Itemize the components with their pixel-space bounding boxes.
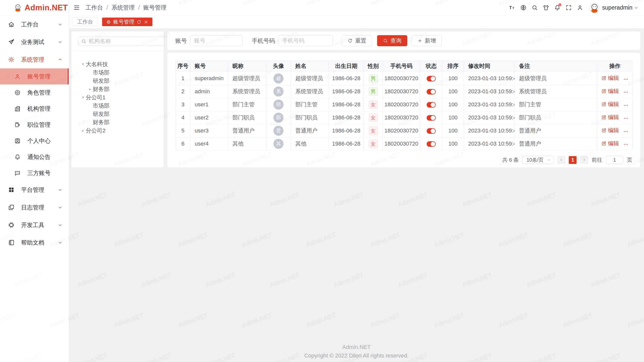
avatar[interactable] — [589, 3, 600, 13]
tab-account-mgmt[interactable]: 账号管理 — [102, 18, 152, 26]
row-more-button[interactable] — [623, 76, 629, 82]
sidebar-item-help-docs[interactable]: 帮助文档 — [0, 234, 69, 251]
status-toggle[interactable] — [427, 141, 436, 147]
cell-phone: 18020030720 — [383, 137, 420, 150]
chevron-left-icon — [559, 158, 563, 162]
tree-node[interactable]: 研发部 — [71, 77, 164, 85]
row-more-button[interactable] — [623, 129, 629, 134]
footer: Admin.NET Copyright © 2022 Dilon All rig… — [69, 344, 644, 359]
query-button[interactable]: 查询 — [377, 35, 407, 46]
edit-button[interactable]: 编辑 — [601, 127, 619, 134]
language-button[interactable] — [518, 2, 529, 13]
page-size-select[interactable]: 10条/页 — [522, 156, 554, 164]
row-more-button[interactable] — [623, 103, 629, 108]
tree-node[interactable]: ▾ 分公司1 — [71, 93, 164, 102]
tree-node-label: 研发部 — [93, 110, 109, 118]
tree-node[interactable]: ▸ 分公司2 — [71, 126, 164, 135]
tree-node[interactable]: 财务部 — [71, 118, 164, 126]
sidebar-item-notice[interactable]: 通知公告 — [0, 149, 69, 165]
tree-node[interactable]: 市场部 — [71, 102, 164, 110]
sidebar-item-label: 机构管理 — [27, 105, 69, 113]
sidebar-item-org-mgmt[interactable]: 机构管理 — [0, 101, 69, 117]
status-toggle[interactable] — [427, 102, 436, 108]
sidebar: Admin.NET 工作台 业务测试 系统管理 账号管理 角色管理 机构管理 职… — [0, 0, 69, 362]
tree-caret-icon[interactable]: ▾ — [80, 62, 86, 67]
reset-button[interactable]: 重置 — [342, 35, 372, 46]
status-toggle[interactable] — [427, 115, 436, 121]
sidebar-item-workbench[interactable]: 工作台 — [0, 16, 69, 33]
sidebar-item-third-party-account[interactable]: 三方账号 — [0, 165, 69, 181]
chevron-down-icon — [58, 205, 63, 210]
edit-button[interactable]: 编辑 — [601, 101, 619, 108]
menu-fold-icon[interactable] — [73, 4, 80, 11]
fullscreen-button[interactable] — [563, 2, 574, 13]
cell-sort: 100 — [442, 85, 464, 98]
edit-button[interactable]: 编辑 — [601, 87, 619, 95]
table-row: 4user2部门职员部部门职员1986-06-28女18020030720100… — [176, 111, 632, 124]
sidebar-item-platform-mgmt[interactable]: 平台管理 — [0, 181, 69, 199]
page-number-current[interactable]: 1 — [569, 156, 577, 164]
tree-node[interactable]: ▸ 财务部 — [71, 85, 164, 93]
edit-button[interactable]: 编辑 — [601, 114, 619, 121]
close-icon[interactable] — [144, 20, 148, 24]
tree-node[interactable]: ▾ 大名科技 — [71, 60, 164, 68]
cell-actions: 编辑 — [597, 137, 632, 150]
user-button[interactable] — [574, 2, 586, 13]
gender-badge: 女 — [369, 100, 378, 109]
theme-icon — [543, 5, 549, 11]
fold-icon — [73, 4, 80, 11]
edit-button[interactable]: 编辑 — [601, 140, 619, 147]
account-filter-input[interactable] — [190, 35, 243, 46]
gear-icon — [8, 56, 15, 63]
tree-node[interactable]: 研发部 — [71, 110, 164, 118]
breadcrumb: 工作台/系统管理/账号管理 — [86, 4, 167, 12]
sidebar-item-business-test[interactable]: 业务测试 — [0, 33, 69, 51]
edit-label: 编辑 — [608, 74, 619, 82]
theme-button[interactable] — [540, 2, 552, 13]
goto-page-input[interactable] — [606, 156, 623, 164]
breadcrumb-item[interactable]: 账号管理 — [143, 4, 167, 12]
username[interactable]: superadmin — [602, 4, 632, 11]
cell-birth: 1986-06-28 — [329, 98, 364, 111]
pagination-total: 共 6 条 — [502, 156, 519, 163]
status-toggle[interactable] — [427, 89, 436, 95]
breadcrumb-item[interactable]: 系统管理 — [111, 4, 135, 12]
font-size-button[interactable]: TT — [506, 2, 518, 13]
chevron-down-icon[interactable] — [634, 6, 638, 10]
sidebar-item-system-mgmt[interactable]: 系统管理 — [0, 51, 69, 68]
row-more-button[interactable] — [623, 89, 629, 95]
status-toggle[interactable] — [427, 76, 436, 81]
add-button[interactable]: 新增 — [412, 35, 442, 46]
edit-button[interactable]: 编辑 — [601, 74, 619, 82]
logo[interactable]: Admin.NET — [0, 0, 69, 16]
row-more-button[interactable] — [623, 142, 629, 147]
sidebar-item-account-mgmt[interactable]: 账号管理 — [0, 68, 69, 84]
sidebar-item-personal-center[interactable]: 个人中心 — [0, 133, 69, 149]
sidebar-item-log-mgmt[interactable]: 日志管理 — [0, 199, 69, 216]
tree-caret-icon[interactable]: ▾ — [80, 95, 86, 100]
org-search-input[interactable] — [89, 38, 161, 44]
edit-label: 编辑 — [608, 114, 619, 121]
tree-caret-icon[interactable]: ▸ — [87, 86, 93, 92]
refresh-icon[interactable] — [137, 20, 141, 24]
tree-caret-icon[interactable]: ▸ — [80, 128, 86, 133]
sidebar-item-position-mgmt[interactable]: 职位管理 — [0, 117, 69, 133]
cell-name: 部门主管 — [291, 98, 329, 111]
tree-node[interactable]: 市场部 — [71, 68, 164, 77]
breadcrumb-item[interactable]: 工作台 — [86, 4, 103, 12]
prev-page-button[interactable] — [557, 156, 565, 164]
edit-icon — [601, 128, 607, 133]
tab-workbench[interactable]: 工作台 — [72, 18, 98, 26]
phone-filter-input[interactable] — [278, 35, 333, 46]
sidebar-item-label: 三方账号 — [27, 169, 69, 177]
sidebar-item-role-mgmt[interactable]: 角色管理 — [0, 84, 69, 101]
notification-button[interactable] — [552, 2, 563, 13]
phone-filter-label: 手机号码 — [252, 37, 275, 45]
sidebar-item-dev-tools[interactable]: 开发工具 — [0, 216, 69, 234]
next-page-button[interactable] — [580, 156, 588, 164]
search-button[interactable] — [529, 2, 540, 13]
cell-birth: 1986-06-28 — [329, 124, 364, 137]
cell-account: user4 — [190, 137, 228, 150]
status-toggle[interactable] — [427, 128, 436, 134]
row-more-button[interactable] — [623, 116, 629, 121]
